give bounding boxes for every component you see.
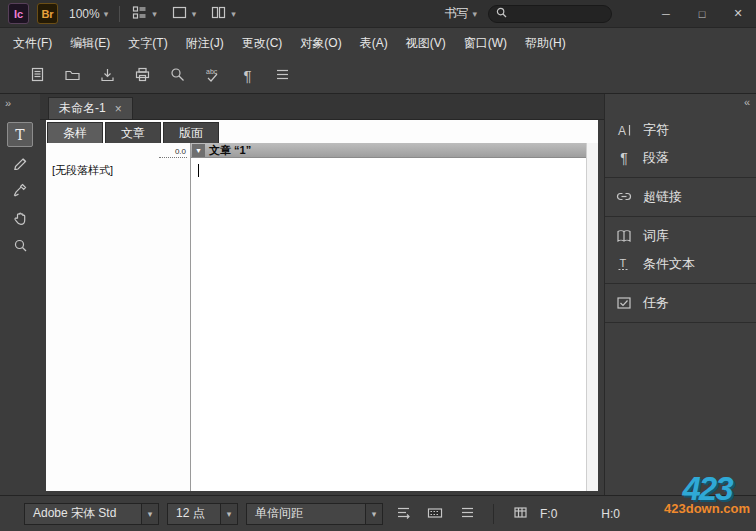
document-tab-title: 未命名-1: [59, 100, 106, 117]
panel-paragraph[interactable]: ¶ 段落: [605, 144, 756, 172]
open-button[interactable]: [55, 62, 90, 90]
menu-edit[interactable]: 编辑(E): [61, 28, 119, 58]
show-hidden-characters-button[interactable]: ¶: [230, 62, 265, 90]
vertical-scrollbar[interactable]: [586, 143, 598, 491]
zoom-level-dropdown[interactable]: 100% ▾: [66, 5, 111, 23]
story-header-bar: ▼ 文章 “1”: [191, 143, 586, 158]
menu-type[interactable]: 文字(T): [119, 28, 176, 58]
screen-mode-icon: [171, 4, 188, 24]
type-tool[interactable]: T: [7, 122, 33, 147]
hand-icon: [12, 209, 29, 229]
story-text-area[interactable]: ▼ 文章 “1”: [191, 143, 586, 491]
arrange-documents-dropdown[interactable]: ▾: [207, 2, 239, 26]
search-icon: [169, 66, 186, 86]
text-lines-button[interactable]: [391, 503, 415, 525]
arrange-documents-icon: [210, 4, 227, 24]
bridge-button[interactable]: Br: [37, 3, 58, 24]
hand-tool[interactable]: [7, 206, 33, 231]
toolbar: abc ¶: [0, 58, 756, 94]
tab-story[interactable]: 文章: [105, 122, 161, 143]
zoom-level-value: 100%: [69, 7, 100, 21]
main-region: » T 未命名-1 × 条样 文章 版面: [0, 94, 756, 495]
menu-changes[interactable]: 更改(C): [233, 28, 292, 58]
view-options-dropdown[interactable]: ▾: [128, 2, 160, 26]
eyedropper-tool[interactable]: [7, 178, 33, 203]
chevron-down-icon: ▾: [192, 9, 197, 19]
panel-character[interactable]: A 字符: [605, 116, 756, 144]
tools-panel: » T: [0, 94, 40, 495]
font-family-value: Adobe 宋体 Std: [25, 504, 141, 524]
story-title: 文章 “1”: [209, 143, 251, 158]
panel-group-assignments: 任务: [605, 284, 756, 322]
menu-icon: [459, 504, 476, 524]
line-spacing-select[interactable]: 单倍间距 ▾: [246, 503, 383, 525]
assignments-icon: [614, 294, 634, 312]
panel-paragraph-label: 段落: [643, 149, 669, 167]
search-input[interactable]: [512, 8, 604, 20]
text-lines-icon: [395, 504, 412, 524]
panel-dock: « A 字符 ¶ 段落 超链接: [604, 94, 756, 495]
galley-view: 0.0 [无段落样式] ▼ 文章 “1”: [46, 143, 598, 491]
chevron-down-icon: ▾: [220, 504, 237, 524]
expand-panels-button[interactable]: «: [744, 96, 749, 108]
save-button[interactable]: [90, 62, 125, 90]
menu-icon: [274, 66, 291, 86]
font-size-select[interactable]: 12 点 ▾: [167, 503, 238, 525]
svg-text:A: A: [618, 124, 626, 138]
screen-mode-dropdown[interactable]: ▾: [168, 2, 200, 26]
panel-conditional-text[interactable]: T 条件文本: [605, 250, 756, 278]
find-button[interactable]: [160, 62, 195, 90]
menu-view[interactable]: 视图(V): [397, 28, 455, 58]
keyboard-icon: [426, 504, 444, 524]
depth-ruler-header: 0.0: [46, 143, 190, 158]
font-size-value: 12 点: [168, 504, 220, 524]
pilcrow-icon: ¶: [243, 67, 251, 84]
close-button[interactable]: ✕: [720, 0, 756, 28]
height-info: H:0: [601, 507, 620, 521]
statusbar-menu-button[interactable]: [455, 503, 479, 525]
tab-galley[interactable]: 条样: [47, 122, 103, 143]
panel-thesaurus[interactable]: 词库: [605, 222, 756, 250]
menu-help[interactable]: 帮助(H): [516, 28, 575, 58]
keyboard-button[interactable]: [423, 503, 447, 525]
minimize-button[interactable]: ─: [648, 0, 684, 28]
note-tool[interactable]: [7, 150, 33, 175]
menu-notes[interactable]: 附注(J): [177, 28, 233, 58]
menu-object[interactable]: 对象(O): [291, 28, 350, 58]
new-document-button[interactable]: [20, 62, 55, 90]
panel-separator: [605, 322, 756, 323]
type-tool-icon: T: [15, 127, 24, 143]
note-tool-icon: [12, 153, 29, 173]
document-body: 条样 文章 版面 0.0 [无段落样式] ▼ 文章 “1”: [46, 120, 598, 491]
spellcheck-button[interactable]: abc: [195, 62, 230, 90]
copyfit-info-button[interactable]: [508, 503, 532, 525]
panel-hyperlinks[interactable]: 超链接: [605, 183, 756, 211]
menu-file[interactable]: 文件(F): [4, 28, 61, 58]
zoom-tool[interactable]: [7, 234, 33, 259]
panel-conditional-text-label: 条件文本: [643, 255, 695, 273]
chevron-down-icon: ▾: [141, 504, 158, 524]
panel-assignments[interactable]: 任务: [605, 289, 756, 317]
view-tabs: 条样 文章 版面: [46, 120, 598, 143]
chevron-down-icon: ▾: [104, 9, 109, 19]
document-tab[interactable]: 未命名-1 ×: [48, 97, 133, 119]
character-icon: A: [614, 121, 634, 139]
search-box[interactable]: [488, 5, 612, 23]
close-tab-icon[interactable]: ×: [115, 102, 122, 116]
workspace-dropdown[interactable]: 书写 ▾: [441, 3, 480, 24]
search-icon: [496, 7, 507, 21]
statusbar-separator: [493, 504, 494, 524]
font-family-select[interactable]: Adobe 宋体 Std ▾: [24, 503, 159, 525]
expand-tools-button[interactable]: »: [0, 96, 15, 110]
panel-group-text: A 字符 ¶ 段落: [605, 111, 756, 177]
print-button[interactable]: [125, 62, 160, 90]
maximize-button[interactable]: □: [684, 0, 720, 28]
collapse-story-icon[interactable]: ▼: [192, 144, 205, 157]
tab-layout[interactable]: 版面: [163, 122, 219, 143]
menu-table[interactable]: 表(A): [351, 28, 397, 58]
svg-text:T: T: [620, 257, 627, 269]
menu-window[interactable]: 窗口(W): [455, 28, 516, 58]
svg-text:abc: abc: [206, 68, 218, 75]
workspace-value: 书写: [444, 5, 468, 22]
toolbar-menu-button[interactable]: [265, 62, 300, 90]
